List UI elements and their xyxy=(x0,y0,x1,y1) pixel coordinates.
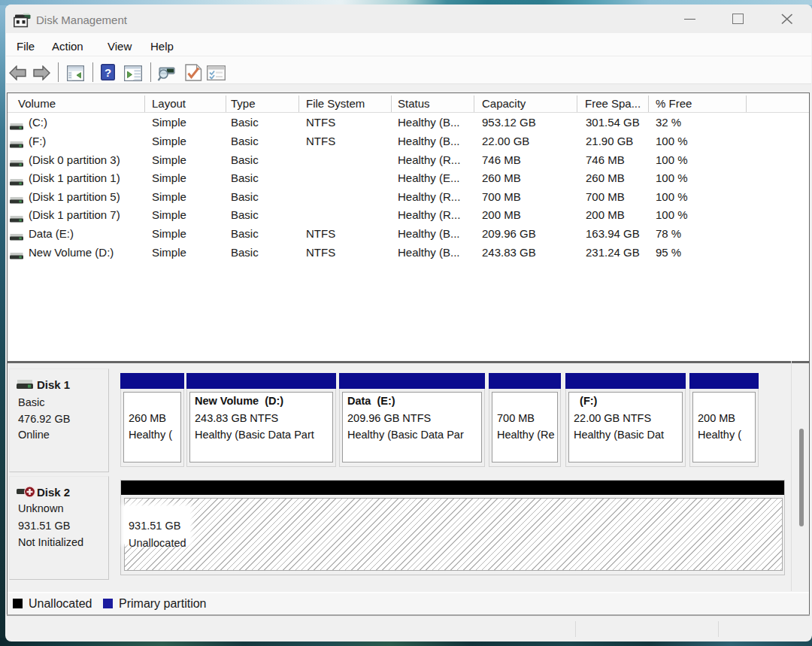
svg-text:?: ? xyxy=(105,66,111,79)
